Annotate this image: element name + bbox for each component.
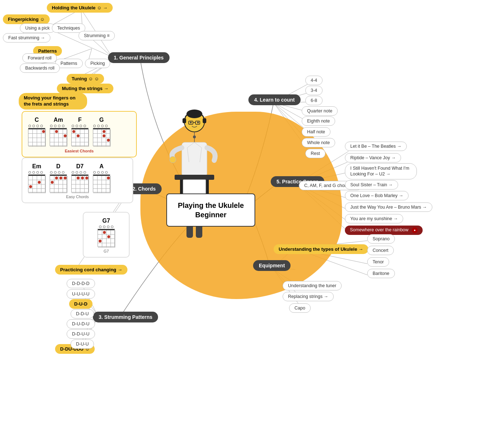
dduu[interactable]: D-D-U-U	[67, 329, 95, 339]
rainbow[interactable]: Somewhere over the rainbow ●	[345, 226, 423, 235]
count-44[interactable]: 4-4	[305, 76, 323, 85]
strumming-node[interactable]: Strumming ≡	[78, 31, 115, 40]
easiest-chords-diagrams: C	[28, 117, 130, 146]
easy-chords-label: Easy Chords	[28, 195, 127, 199]
svg-rect-60	[183, 118, 186, 123]
sunshine[interactable]: You are my sunshine →	[345, 214, 403, 223]
svg-point-65	[170, 156, 176, 163]
ukulele-types-node[interactable]: Understanding the types of Ukulele →	[274, 244, 368, 254]
let-it-be[interactable]: Let it Be – The Beatles →	[345, 142, 407, 151]
rest-note[interactable]: Rest	[305, 149, 325, 158]
fast-strumming-node[interactable]: Fast strumming →	[3, 33, 50, 43]
concert[interactable]: Concert	[367, 246, 394, 255]
muting-icon: →	[104, 86, 108, 91]
whole-note[interactable]: Whole note	[302, 138, 335, 147]
fp-icon: ☺	[40, 17, 45, 22]
cord-changing-node[interactable]: Practicing cord changing →	[55, 265, 127, 275]
one-love[interactable]: One Love – Bob Marley →	[345, 191, 409, 200]
i-still[interactable]: I Still Haven't Found What I'm Looking F…	[345, 163, 417, 179]
capo[interactable]: Capo	[289, 303, 311, 313]
holding-ukulele-node[interactable]: Holding the Ukulele ☺ →	[47, 3, 113, 13]
em-chord: Em	[28, 163, 45, 192]
easy-chords-diagrams: Em	[28, 163, 127, 192]
g7-diagram: G7	[89, 218, 123, 247]
section-equipment[interactable]: Equipment	[253, 260, 291, 271]
central-title: Playing the Ukulele	[178, 201, 244, 209]
just-the-way[interactable]: Just the Way You Are – Bruno Mars →	[345, 202, 432, 212]
riptide[interactable]: Riptide – Vance Joy →	[345, 153, 401, 162]
central-subtitle: Beginner	[195, 211, 226, 219]
d7-chord: D7	[71, 163, 89, 192]
d-chord: D	[50, 163, 67, 192]
g7-label: G7	[89, 249, 123, 253]
svg-point-55	[190, 122, 192, 124]
count-34[interactable]: 3-4	[305, 86, 323, 95]
uuuu[interactable]: U-U-U-U	[67, 289, 95, 299]
forward-roll-node[interactable]: Forward roll	[22, 53, 57, 63]
strumming-icon2: ≡	[107, 33, 109, 38]
moving-fingers-node[interactable]: Moving your fingers on the frets and str…	[19, 93, 87, 110]
eighth-note[interactable]: Eighth note	[302, 116, 335, 126]
am-chord: Am	[50, 117, 67, 146]
baritone[interactable]: Baritone	[367, 269, 395, 278]
easiest-chords-label: Easiest Chords	[28, 149, 130, 153]
easy-chords-box: Em	[22, 157, 133, 203]
tenor[interactable]: Tenor	[367, 257, 389, 267]
easiest-chords-box: C	[22, 111, 137, 157]
holding-icons: ☺ →	[97, 5, 108, 10]
ut-icon: →	[359, 246, 363, 252]
svg-point-63	[193, 135, 196, 138]
svg-point-56	[197, 122, 199, 124]
using-pick-node[interactable]: Using a pick	[20, 23, 55, 33]
fingerpicking-node[interactable]: Fingerpicking ☺	[3, 14, 50, 24]
muting-node[interactable]: Muting the strings →	[57, 84, 113, 93]
section-count[interactable]: 4. Learn to count	[248, 94, 301, 105]
dddd[interactable]: D-D-D-D	[67, 279, 95, 288]
soprano[interactable]: Soprano	[367, 234, 395, 244]
understanding-tuner[interactable]: Understanding the tuner	[283, 281, 342, 290]
duu[interactable]: D-U-U	[71, 339, 94, 349]
f-chord: F	[71, 117, 89, 146]
section-general-principles[interactable]: 1. General Principles	[108, 52, 170, 63]
half-note[interactable]: Half note	[302, 127, 330, 137]
central-node: Playing the Ukulele Beginner	[166, 193, 255, 227]
svg-rect-64	[182, 142, 207, 177]
section-strumming[interactable]: 3. Strumming Patterns	[93, 312, 158, 322]
quarter-note[interactable]: Quarter note	[302, 106, 338, 116]
a-chord: A	[93, 163, 110, 192]
ddu[interactable]: D-D-U	[71, 309, 94, 319]
picking-node[interactable]: Picking	[85, 59, 110, 68]
backwards-roll-node[interactable]: Backwards roll	[20, 63, 60, 73]
soul-sister[interactable]: Soul Sister – Train →	[345, 180, 398, 190]
tuning-node[interactable]: Tuning ☺ ☺	[67, 74, 104, 84]
tuning-icons: ☺ ☺	[88, 76, 99, 81]
g-chord: G	[93, 117, 110, 146]
replacing-strings[interactable]: Replacing strings →	[283, 292, 334, 301]
svg-rect-67	[175, 175, 214, 180]
cc-icon: →	[118, 267, 122, 272]
g7-chord-box: G7	[83, 212, 130, 258]
fs-icon: →	[41, 35, 45, 40]
dud-node[interactable]: D-U-D	[69, 299, 93, 309]
c-chord: C	[28, 117, 45, 146]
rainbow-icon: ●	[412, 227, 418, 233]
dudu[interactable]: D-U-D-U	[67, 319, 95, 329]
svg-rect-61	[203, 118, 206, 123]
count-68[interactable]: 6-8	[305, 96, 323, 105]
